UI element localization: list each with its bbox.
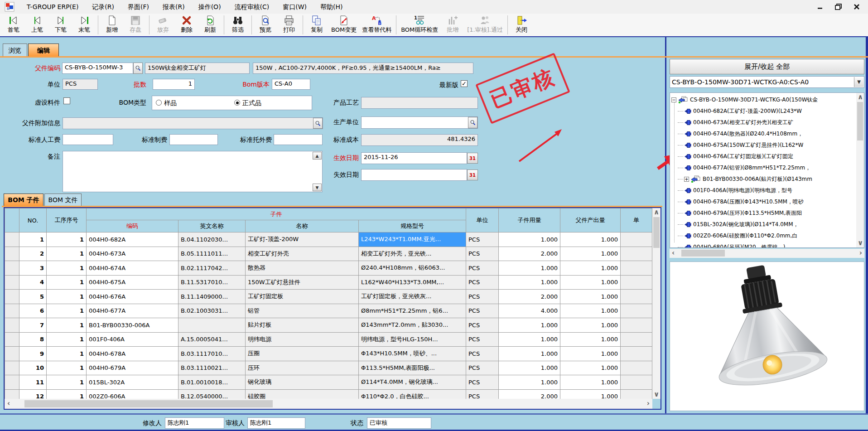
dropdown-arrow-icon[interactable]: ▼ xyxy=(854,77,863,87)
tree-node[interactable]: 004H0-682A(工矿灯-顶盖-200W)(L243*W xyxy=(678,106,802,116)
table-vscroll-thumb[interactable] xyxy=(653,217,660,248)
cell-unit[interactable]: PCS xyxy=(466,375,499,390)
expire-date-field[interactable] xyxy=(361,169,467,181)
std-labor-field[interactable] xyxy=(63,134,113,145)
toolbar-button-del[interactable]: 删除 xyxy=(175,14,198,36)
menu-item-3[interactable]: 报表(R) xyxy=(156,0,192,14)
cell-pqty[interactable]: 1.000 xyxy=(560,318,621,333)
remark-scroll-up-icon[interactable]: ▲ xyxy=(313,152,322,160)
status-field[interactable]: 已审核 xyxy=(367,417,431,429)
tree-node[interactable]: 004H0-680A(吊环)(M20，铁度镍。) xyxy=(678,242,785,248)
cell-en[interactable]: A.15.0005041... xyxy=(178,332,246,347)
cell-pqty[interactable]: 1.000 xyxy=(560,332,621,347)
cell-seq[interactable]: 1 xyxy=(47,375,87,390)
cell-qty[interactable]: 1.000 xyxy=(499,361,560,375)
toolbar-button-refresh[interactable]: 刷新 xyxy=(198,14,222,36)
tree-node[interactable]: 015BL-302A(钢化玻璃)(Ø114*T4.0MM， xyxy=(678,219,799,229)
cell-en[interactable]: B.11.5317010... xyxy=(178,275,246,290)
bom-type-radio-sample[interactable] xyxy=(156,100,162,106)
row-selector-cell[interactable] xyxy=(5,247,19,261)
cell-pqty[interactable]: 1.000 xyxy=(560,247,621,261)
toolbar-button-last[interactable]: 末笔 xyxy=(72,14,96,36)
tree-node[interactable]: +B01-BYB00330-006A(贴片灯板)(Ø143mm xyxy=(678,174,812,184)
tree-node[interactable]: 004H0-679A(压环)(Φ113.5*H5MM,表面阳 xyxy=(678,208,802,218)
expand-icon[interactable]: + xyxy=(684,177,689,182)
cell-extra[interactable] xyxy=(621,375,652,390)
cell-no[interactable]: 3 xyxy=(19,261,47,276)
cell-qty[interactable]: 4.000 xyxy=(499,304,560,318)
cell-no[interactable]: 12 xyxy=(19,389,47,399)
cell-extra[interactable] xyxy=(621,304,652,318)
tab-browse[interactable]: 浏览 xyxy=(3,44,27,56)
row-selector-cell[interactable] xyxy=(5,304,19,318)
menu-item-4[interactable]: 操作(O) xyxy=(192,0,228,14)
cell-code[interactable]: 004H0-677A xyxy=(87,304,178,318)
parent-code-lookup-button[interactable] xyxy=(133,63,143,74)
cell-extra[interactable] xyxy=(621,361,652,375)
cell-pqty[interactable]: 1.000 xyxy=(560,304,621,318)
collapse-icon[interactable]: − xyxy=(671,97,676,102)
tree-root-node[interactable]: −CS-BYB-O-150MW-30D71-WCTKG-A0(150W钛金 xyxy=(671,95,818,105)
cell-code[interactable]: B01-BYB00330-006A xyxy=(87,318,178,333)
cell-extra[interactable] xyxy=(621,261,652,276)
cell-name[interactable]: 铝管 xyxy=(246,304,359,318)
cell-no[interactable]: 10 xyxy=(19,361,47,375)
cell-code[interactable]: 004H0-678A xyxy=(87,347,178,361)
bom-version-field[interactable]: CS-A0 xyxy=(272,79,310,90)
cell-seq[interactable]: 1 xyxy=(47,304,87,318)
toolbar-button-prev[interactable]: 上笔 xyxy=(25,14,49,36)
cell-en[interactable]: B.11.1409000... xyxy=(178,290,246,304)
tree-node[interactable]: 001F0-406A(明纬电源)(明纬电源，型号 xyxy=(678,185,792,195)
cell-extra[interactable] xyxy=(621,247,652,261)
remark-textarea[interactable] xyxy=(63,151,323,192)
menu-item-1[interactable]: 记录(R) xyxy=(85,0,121,14)
unit-field[interactable]: PCS xyxy=(63,79,98,90)
toolbar-button-copy[interactable]: 复制 xyxy=(305,14,328,36)
cell-qty[interactable]: 1.000 xyxy=(499,332,560,347)
row-selector-cell[interactable] xyxy=(5,261,19,276)
scroll-right-icon[interactable]: › xyxy=(647,400,650,407)
minimize-icon[interactable] xyxy=(815,2,825,11)
expire-calendar-icon[interactable]: 31 xyxy=(467,169,478,180)
close-icon[interactable] xyxy=(852,2,862,11)
cell-unit[interactable]: PCS xyxy=(466,347,499,361)
tree-scroll-down-icon[interactable]: ∨ xyxy=(858,240,863,247)
cell-code[interactable]: 004H0-673A xyxy=(87,247,178,261)
toolbar-button-next[interactable]: 下笔 xyxy=(49,14,72,36)
cell-code[interactable]: 004H0-679A xyxy=(87,361,178,375)
cell-en[interactable] xyxy=(178,318,246,333)
row-selector-cell[interactable] xyxy=(5,290,19,304)
cell-seq[interactable]: 1 xyxy=(47,347,87,361)
tree-scroll-up-icon[interactable]: ∧ xyxy=(858,94,863,101)
toolbar-button-first[interactable]: 首笔 xyxy=(2,14,25,36)
cell-qty[interactable]: 1.000 xyxy=(499,347,560,361)
cell-code[interactable]: 002Z0-606A xyxy=(87,389,178,399)
cell-unit[interactable]: PCS xyxy=(466,389,499,399)
cell-spec[interactable]: Ø240.4*H108mm，铝6063... xyxy=(359,261,466,276)
toolbar-button-bomchange[interactable]: BOM变更 xyxy=(328,14,359,36)
cell-extra[interactable] xyxy=(621,318,652,333)
cell-pqty[interactable]: 1.000 xyxy=(560,361,621,375)
tree-scroll-right-icon[interactable]: › xyxy=(859,250,862,257)
cell-extra[interactable] xyxy=(621,290,652,304)
std-make-field[interactable] xyxy=(169,134,218,145)
toolbar-button-print[interactable]: 打印 xyxy=(277,14,301,36)
menu-item-5[interactable]: 流程审核(C) xyxy=(228,0,276,14)
cell-en[interactable]: B.02.1117042... xyxy=(178,261,246,276)
tree-vertical-scrollbar[interactable]: ∧ ∨ xyxy=(856,93,864,247)
cell-pqty[interactable]: 1.000 xyxy=(560,275,621,290)
effective-calendar-icon[interactable]: 31 xyxy=(467,153,478,164)
cell-name[interactable]: 工矿灯固定板 xyxy=(246,290,359,304)
tab-bom-children[interactable]: BOM 子件 xyxy=(4,194,43,206)
cell-no[interactable]: 4 xyxy=(19,275,47,290)
cell-name[interactable]: 贴片灯板 xyxy=(246,318,359,333)
toolbar-button-preview[interactable]: 预览 xyxy=(254,14,277,36)
cell-seq[interactable]: 1 xyxy=(47,232,87,247)
cell-pqty[interactable]: 1.000 xyxy=(560,290,621,304)
tree-hscroll-thumb[interactable] xyxy=(681,250,725,257)
cell-spec[interactable]: 明纬电源，型号HLG-150H... xyxy=(359,332,466,347)
cell-name[interactable]: 明纬电源 xyxy=(246,332,359,347)
cell-en[interactable]: B.03.1117010... xyxy=(178,347,246,361)
cell-seq[interactable]: 1 xyxy=(47,389,87,399)
extra-info-field[interactable] xyxy=(63,117,323,129)
